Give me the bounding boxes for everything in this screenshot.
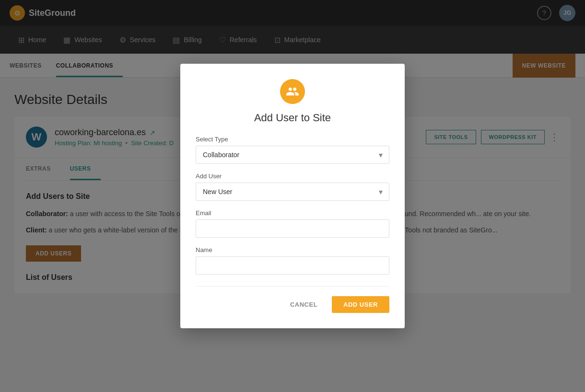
modal-overlay: Add User to Site Select Type Collaborato… xyxy=(0,0,585,392)
name-label: Name xyxy=(196,246,389,254)
select-type-wrapper: Collaborator Client xyxy=(196,146,389,164)
add-user-dropdown[interactable]: New User Existing User xyxy=(196,183,389,201)
modal-title: Add User to Site xyxy=(196,112,389,124)
form-group-name: Name xyxy=(196,246,389,275)
form-group-email: Email xyxy=(196,209,389,238)
add-user-button[interactable]: ADD USER xyxy=(332,296,389,313)
cancel-button[interactable]: CANCEL xyxy=(281,296,327,313)
select-type-label: Select Type xyxy=(196,136,389,143)
form-group-type: Select Type Collaborator Client xyxy=(196,136,389,164)
modal-footer: CANCEL ADD USER xyxy=(196,286,389,313)
modal: Add User to Site Select Type Collaborato… xyxy=(180,64,405,328)
email-input[interactable] xyxy=(196,219,389,238)
email-label: Email xyxy=(196,209,389,217)
form-group-add-user: Add User New User Existing User xyxy=(196,173,389,201)
modal-icon-wrap xyxy=(196,79,389,104)
select-type-dropdown[interactable]: Collaborator Client xyxy=(196,146,389,164)
modal-icon xyxy=(280,79,305,104)
add-user-select-wrapper: New User Existing User xyxy=(196,183,389,201)
name-input[interactable] xyxy=(196,256,389,275)
add-user-label: Add User xyxy=(196,173,389,180)
